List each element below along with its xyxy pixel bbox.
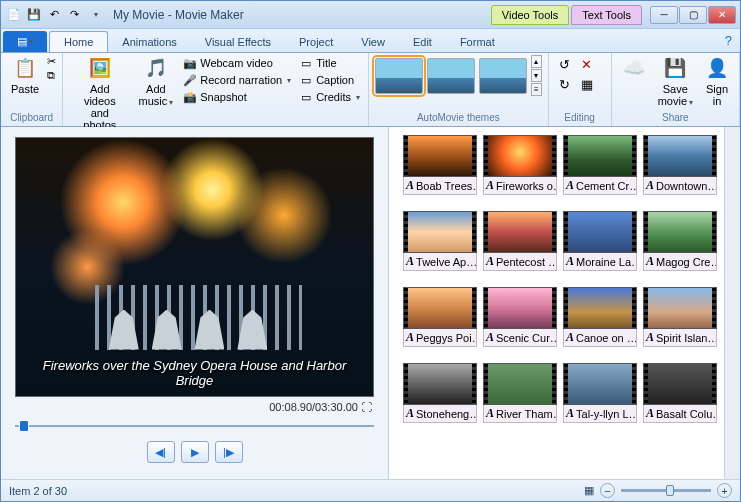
caption-button[interactable]: ▭Caption [297,72,362,88]
preview-subject [87,285,301,350]
tab-project[interactable]: Project [285,32,347,52]
zoom-in-button[interactable]: + [717,483,732,498]
file-tab[interactable]: ▤▾ [3,31,47,52]
clip-thumbnail [483,287,557,329]
minimize-button[interactable]: ─ [650,6,678,24]
zoom-out-button[interactable]: − [600,483,615,498]
video-preview[interactable]: Fireworks over the Sydney Opera House an… [15,137,374,397]
tab-format[interactable]: Format [446,32,509,52]
clip-item[interactable]: ATal-y-llyn L… [563,363,637,423]
add-music-button[interactable]: 🎵 Add music▾ [134,55,177,110]
seek-bar[interactable] [15,419,374,433]
group-share: ☁️ 💾 Save movie▾ 👤 Sign in Share [612,53,740,126]
vertical-scrollbar[interactable] [724,127,740,479]
clip-item[interactable]: AStoneheng… [403,363,477,423]
sign-in-button[interactable]: 👤 Sign in [701,55,733,109]
save-icon[interactable]: 💾 [25,6,43,24]
clip-thumbnail [483,363,557,405]
clip-item[interactable]: ABoab Trees… [403,135,477,195]
webcam-icon: 📷 [183,56,197,70]
window-controls: ─ ▢ ✕ [650,6,736,24]
clip-item[interactable]: ADowntown… [643,135,717,195]
text-overlay-icon: A [566,330,574,345]
clip-item[interactable]: ABasalt Colu… [643,363,717,423]
paste-button[interactable]: 📋 Paste [7,55,43,97]
credits-icon: ▭ [299,90,313,104]
sign-in-label: Sign in [706,83,728,107]
snapshot-button[interactable]: 📸Snapshot [181,89,293,105]
clip-item[interactable]: AMagog Cre… [643,211,717,271]
seek-thumb[interactable] [19,420,29,432]
delete-icon[interactable]: ✕ [577,55,597,73]
tab-edit[interactable]: Edit [399,32,446,52]
clip-thumbnail [403,135,477,177]
paste-label: Paste [11,83,39,95]
clip-item[interactable]: AMoraine La… [563,211,637,271]
clip-item[interactable]: ATwelve Ap… [403,211,477,271]
content-area: Fireworks over the Sydney Opera House an… [1,127,740,479]
video-tools-tab[interactable]: Video Tools [491,5,569,25]
theme-3[interactable] [479,58,527,94]
qat-dropdown-icon[interactable]: ▾ [87,6,105,24]
clip-item[interactable]: ARiver Tham… [483,363,557,423]
clip-thumbnail [643,135,717,177]
save-movie-button[interactable]: 💾 Save movie▾ [654,55,697,110]
clip-item[interactable]: AFireworks o… [483,135,557,195]
titlebar: 📄 💾 ↶ ↷ ▾ My Movie - Movie Maker Video T… [1,1,740,29]
rotate-left-icon[interactable]: ↺ [555,55,575,73]
redo-icon[interactable]: ↷ [65,6,83,24]
gallery-down-icon[interactable]: ▾ [531,69,542,82]
text-overlay-icon: A [406,330,414,345]
tab-animations[interactable]: Animations [108,32,190,52]
zoom-thumb[interactable] [666,485,674,496]
text-tools-tab[interactable]: Text Tools [571,5,642,25]
tab-visual-effects[interactable]: Visual Effects [191,32,285,52]
copy-icon[interactable]: ⧉ [47,69,56,82]
rotate-right-icon[interactable]: ↻ [555,75,575,93]
qat-file-icon[interactable]: 📄 [5,6,23,24]
status-bar: Item 2 of 30 ▦ − + [1,479,740,501]
theme-1[interactable] [375,58,423,94]
cut-icon[interactable]: ✂ [47,55,56,68]
clip-item[interactable]: APeggys Poi… [403,287,477,347]
clip-thumbnail [643,211,717,253]
clip-item[interactable]: ACement Cr… [563,135,637,195]
close-button[interactable]: ✕ [708,6,736,24]
theme-2[interactable] [427,58,475,94]
gallery-up-icon[interactable]: ▴ [531,55,542,68]
clip-label: APeggys Poi… [403,329,477,347]
help-icon[interactable]: ? [717,29,740,52]
record-narration-button[interactable]: 🎤Record narration▾ [181,72,293,88]
clip-thumbnail [643,287,717,329]
next-frame-button[interactable]: |▶ [215,441,243,463]
tab-view[interactable]: View [347,32,399,52]
text-overlay-icon: A [566,406,574,421]
preview-caption: Fireworks over the Sydney Opera House an… [24,358,365,388]
clip-library[interactable]: ABoab Trees…AFireworks o…ACement Cr…ADow… [389,127,724,479]
add-videos-photos-button[interactable]: 🖼️ Add videos and photos [69,55,130,133]
clip-item[interactable]: ASpirit Islan… [643,287,717,347]
gallery-more-icon[interactable]: ≡ [531,83,542,96]
tab-home[interactable]: Home [49,31,108,52]
text-overlay-icon: A [566,178,574,193]
credits-button[interactable]: ▭Credits▾ [297,89,362,105]
undo-icon[interactable]: ↶ [45,6,63,24]
zoom-slider[interactable] [621,489,711,492]
signin-icon: 👤 [705,57,729,81]
clip-thumbnail [483,135,557,177]
clip-item[interactable]: AScenic Cur… [483,287,557,347]
clip-label: ACement Cr… [563,177,637,195]
fullscreen-icon[interactable]: ⛶ [361,401,372,413]
thumbnail-view-icon[interactable]: ▦ [584,484,594,497]
clipboard-group-label: Clipboard [7,111,56,124]
select-all-icon[interactable]: ▦ [577,75,597,93]
prev-frame-button[interactable]: ◀| [147,441,175,463]
clip-item[interactable]: ACanoe on … [563,287,637,347]
clip-item[interactable]: APentecost … [483,211,557,271]
onedrive-button[interactable]: ☁️ [618,55,650,83]
webcam-video-button[interactable]: 📷Webcam video [181,55,293,71]
play-button[interactable]: ▶ [181,441,209,463]
maximize-button[interactable]: ▢ [679,6,707,24]
title-button[interactable]: ▭Title [297,55,362,71]
text-overlay-icon: A [566,254,574,269]
